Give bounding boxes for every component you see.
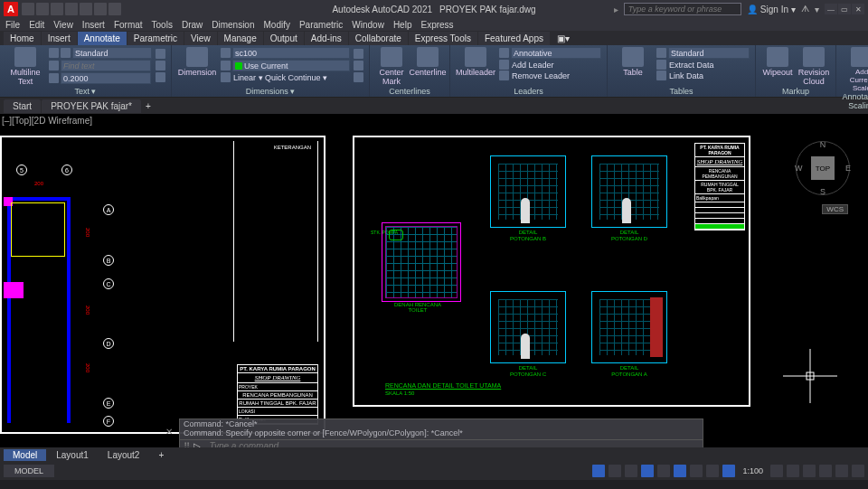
sb-otrack-icon[interactable]: [674, 465, 686, 477]
extract-data-button[interactable]: Extract Data: [656, 60, 750, 70]
dim-opt2-icon[interactable]: [354, 61, 363, 71]
multileader-button[interactable]: Multileader: [456, 47, 495, 87]
textstyle-combo[interactable]: [72, 47, 152, 59]
add-current-scale-button[interactable]: Add Current Scale: [842, 47, 868, 92]
sb-lineweight-icon[interactable]: [690, 465, 703, 477]
layout-tab-2[interactable]: Layout2: [99, 449, 149, 461]
remove-leader-button[interactable]: Remove Leader: [499, 71, 601, 80]
sb-osnap-icon[interactable]: [657, 465, 670, 477]
qat-new-icon[interactable]: [22, 3, 34, 15]
mleaderstyle-combo[interactable]: [511, 47, 601, 59]
tab-output[interactable]: Output: [264, 32, 304, 45]
scale-icon[interactable]: [156, 72, 165, 82]
tab-overflow-icon[interactable]: ▣▾: [551, 32, 576, 45]
sb-grid-icon[interactable]: [592, 465, 605, 477]
close-button[interactable]: ✕: [852, 4, 864, 14]
command-input[interactable]: [210, 441, 699, 447]
sb-annoscale-icon[interactable]: [722, 465, 735, 477]
qat-redo-icon[interactable]: [108, 3, 121, 15]
cmdline-close-icon[interactable]: ✕: [165, 427, 173, 437]
menu-dimension[interactable]: Dimension: [212, 20, 254, 30]
menu-edit[interactable]: Edit: [29, 20, 44, 30]
new-tab-button[interactable]: +: [142, 99, 155, 113]
menu-insert[interactable]: Insert: [82, 20, 105, 30]
qat-undo-icon[interactable]: [94, 3, 107, 15]
cmdline-handle-icon[interactable]: ⣿: [184, 441, 190, 447]
viewcube-w[interactable]: W: [795, 164, 803, 173]
dim-layer-combo[interactable]: Use Current: [244, 61, 288, 71]
wcs-badge[interactable]: WCS: [822, 204, 848, 214]
dim-chain-buttons[interactable]: Linear ▾ Quick Continue ▾: [221, 72, 350, 82]
dimension-button[interactable]: Dimension: [177, 47, 217, 87]
tab-home[interactable]: Home: [4, 32, 41, 45]
table-button[interactable]: Table: [613, 47, 653, 87]
qat-saveas-icon[interactable]: [65, 3, 78, 15]
viewcube-s[interactable]: S: [820, 187, 826, 196]
drawing-canvas[interactable]: [–][Top][2D Wireframe] TOP N S E W WCS Y…: [0, 114, 868, 447]
dim-opt1-icon[interactable]: [354, 49, 363, 59]
text-height-input[interactable]: [61, 72, 151, 84]
add-leader-button[interactable]: Add Leader: [499, 60, 601, 70]
sb-transparency-icon[interactable]: [706, 465, 719, 477]
sb-model-button[interactable]: MODEL: [4, 465, 54, 477]
viewcube-n[interactable]: N: [820, 140, 826, 149]
panel-leaders-label[interactable]: Leaders: [456, 87, 601, 96]
menu-view[interactable]: View: [53, 20, 73, 30]
wipeout-button[interactable]: Wipeout: [761, 47, 794, 87]
menu-file[interactable]: File: [5, 20, 20, 30]
tab-parametric[interactable]: Parametric: [127, 32, 184, 45]
panel-text-label[interactable]: Text ▾: [5, 87, 165, 96]
menu-format[interactable]: Format: [114, 20, 143, 30]
layout-tab-model[interactable]: Model: [4, 449, 46, 461]
infocenter-icon[interactable]: ▾: [815, 5, 819, 14]
abc-check-icon[interactable]: [156, 49, 165, 59]
layout-tab-1[interactable]: Layout1: [47, 449, 98, 461]
sb-workspace-icon[interactable]: [770, 465, 783, 477]
qat-open-icon[interactable]: [36, 3, 49, 15]
sb-polar-icon[interactable]: [641, 465, 654, 477]
tab-addins[interactable]: Add-ins: [305, 32, 348, 45]
signin-button[interactable]: 👤 Sign In ▾: [747, 5, 796, 14]
sb-isolate-icon[interactable]: [803, 465, 816, 477]
panel-dimensions-label[interactable]: Dimensions ▾: [177, 87, 363, 96]
viewport-label[interactable]: [–][Top][2D Wireframe]: [2, 116, 92, 126]
minimize-button[interactable]: —: [825, 4, 837, 14]
viewcube-e[interactable]: E: [845, 164, 851, 173]
multiline-text-button[interactable]: Multiline Text: [5, 47, 45, 87]
qat-save-icon[interactable]: [51, 3, 63, 15]
tab-express-tools[interactable]: Express Tools: [409, 32, 477, 45]
centerline-button[interactable]: Centerline: [411, 47, 444, 87]
command-line[interactable]: Command: *Cancel* Command: Specify oppos…: [179, 418, 703, 447]
layout-tab-add-button[interactable]: +: [149, 449, 173, 461]
menu-window[interactable]: Window: [352, 20, 384, 30]
tablestyle-combo[interactable]: [668, 47, 750, 59]
panel-markup-label[interactable]: Markup: [761, 87, 830, 96]
panel-tables-label[interactable]: Tables: [613, 87, 750, 96]
viewcube-face[interactable]: TOP: [811, 156, 835, 180]
sb-ortho-icon[interactable]: [625, 465, 637, 477]
sb-snap-icon[interactable]: [609, 465, 621, 477]
dimstyle-combo[interactable]: [232, 47, 350, 59]
sb-customize-icon[interactable]: [852, 465, 864, 477]
viewcube[interactable]: TOP N S E W: [796, 141, 850, 195]
dim-opt3-icon[interactable]: [354, 72, 363, 82]
qat-plot-icon[interactable]: [80, 3, 92, 15]
doc-tab-start[interactable]: Start: [4, 99, 41, 113]
tab-annotate[interactable]: Annotate: [78, 32, 127, 45]
tab-collaborate[interactable]: Collaborate: [349, 32, 408, 45]
sb-hardware-icon[interactable]: [819, 465, 832, 477]
link-data-button[interactable]: Link Data: [656, 71, 750, 80]
menu-express[interactable]: Express: [420, 20, 453, 30]
tab-view[interactable]: View: [184, 32, 217, 45]
menu-parametric[interactable]: Parametric: [299, 20, 343, 30]
help-search-input[interactable]: [624, 3, 741, 15]
doc-tab-proyek[interactable]: PROYEK PAK fajar*: [42, 99, 141, 113]
tab-insert[interactable]: Insert: [42, 32, 77, 45]
maximize-button[interactable]: ▭: [838, 4, 851, 14]
sb-scale-label[interactable]: 1:100: [739, 466, 767, 475]
sb-annomonitor-icon[interactable]: [787, 465, 799, 477]
menu-modify[interactable]: Modify: [264, 20, 290, 30]
menu-draw[interactable]: Draw: [182, 20, 203, 30]
find-text-input[interactable]: [61, 60, 151, 71]
sb-cleanscreen-icon[interactable]: [835, 465, 848, 477]
